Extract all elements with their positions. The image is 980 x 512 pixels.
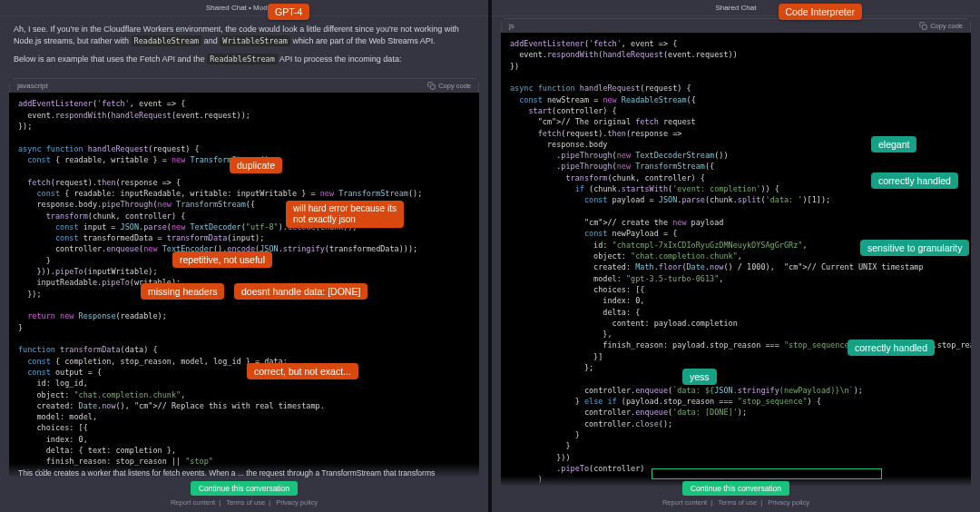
copy-button[interactable]: Copy code — [427, 82, 471, 90]
annot-hard-error: will hard error because itsnot exactly j… — [286, 201, 404, 228]
left-pane: Shared Chat • Model: D GPT-4 Ah, I see. … — [0, 0, 488, 512]
svg-rect-0 — [431, 85, 436, 90]
copy-button[interactable]: Copy code — [919, 22, 963, 30]
code-inline: ReadableStream — [132, 35, 202, 46]
code-header: js Copy code — [501, 18, 971, 33]
copy-label: Copy code — [930, 22, 963, 30]
annot-sensitive: sensitive to granularity — [860, 240, 969, 256]
intro-para-2: Below is an example that uses the Fetch … — [0, 54, 488, 73]
header-chip-gpt4: GPT-4 — [268, 4, 309, 20]
footer-links: Report content| Terms of use| Privacy po… — [497, 498, 975, 507]
footer-links: Report content| Terms of use| Privacy po… — [5, 498, 483, 507]
footer-link[interactable]: Privacy policy — [276, 498, 318, 507]
footer-link[interactable]: Terms of use — [226, 498, 265, 507]
annot-done: doesnt handle data: [DONE] — [234, 283, 368, 300]
code-inline: WritableStream — [220, 35, 290, 46]
code-lang-label: javascript — [17, 82, 48, 90]
topbar-text: Shared Chat — [716, 4, 757, 12]
copy-icon — [427, 82, 436, 90]
footer-link[interactable]: Privacy policy — [768, 498, 809, 507]
code-content-left[interactable]: addEventListener('fetch', event => { eve… — [9, 93, 479, 512]
annot-correctly-handled-1: correctly handled — [871, 172, 958, 189]
header-chip-code-interpreter: Code Interpreter — [779, 4, 862, 20]
annot-yess: yess — [682, 369, 717, 385]
annot-repetitive: repetitive, not useful — [172, 251, 272, 268]
continue-button[interactable]: Continue this conversation — [682, 481, 789, 496]
intro-text: and — [204, 36, 220, 45]
copy-label: Copy code — [438, 82, 471, 90]
outro-text: This code creates a worker that listens … — [5, 468, 483, 478]
svg-rect-1 — [923, 25, 927, 29]
annot-correct-not-exact: correct, but not exact... — [247, 363, 358, 379]
intro-para-1: Ah, I see. If you're in the Cloudflare W… — [0, 16, 488, 54]
intro-text: API to process the incoming data: — [279, 54, 402, 64]
code-header: javascript Copy code — [9, 78, 479, 93]
annot-duplicate: duplicate — [230, 157, 282, 173]
code-lang-label: js — [509, 22, 514, 30]
code-content-right[interactable]: addEventListener('fetch', event => { eve… — [501, 33, 971, 512]
intro-text: Below is an example that uses the Fetch … — [14, 54, 207, 64]
right-body: js Copy code addEventListener('fetch', e… — [492, 16, 980, 512]
intro-text: which are part of the Web Streams API. — [292, 36, 435, 45]
code-block-right: js Copy code addEventListener('fetch', e… — [501, 18, 971, 512]
left-body: Ah, I see. If you're in the Cloudflare W… — [0, 16, 488, 512]
annot-missing-headers: missing headers — [141, 283, 224, 300]
right-pane: Shared Chat Code Interpreter js Copy cod… — [488, 0, 980, 512]
continue-button[interactable]: Continue this conversation — [191, 481, 298, 496]
copy-icon — [919, 22, 927, 30]
footer-right: Continue this conversation Report conten… — [492, 476, 980, 512]
footer-link[interactable]: Report content — [662, 498, 707, 507]
footer-link[interactable]: Report content — [171, 498, 215, 507]
code-inline: ReadableStream — [207, 54, 278, 64]
annot-elegant: elegant — [871, 136, 916, 153]
footer-left: This code creates a worker that listens … — [0, 463, 488, 512]
topbar-right: Shared Chat — [492, 0, 980, 16]
topbar-left: Shared Chat • Model: D — [0, 0, 488, 16]
footer-link[interactable]: Terms of use — [718, 498, 757, 507]
annot-correctly-handled-2: correctly handled — [848, 340, 935, 356]
